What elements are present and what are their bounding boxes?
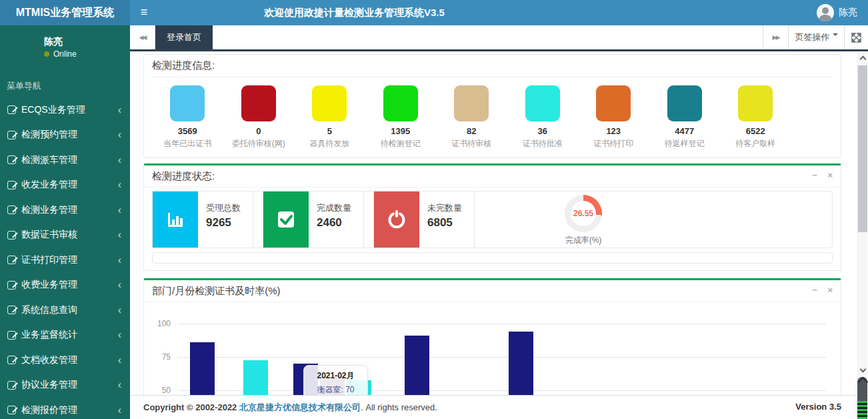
stat-label: 受理总数 — [206, 202, 241, 214]
progress-card[interactable]: 1395待检测登记 — [365, 85, 437, 149]
edit-icon — [7, 406, 16, 414]
expand-arrows-icon — [851, 33, 861, 43]
online-status-label: Online — [53, 49, 77, 59]
sidebar-user-status: Online — [44, 49, 77, 59]
sidebar-toggle-button[interactable]: ≡ — [130, 0, 158, 25]
progress-card-value: 6522 — [720, 126, 791, 136]
sidebar-item-label: ECQS业务管理 — [21, 104, 85, 116]
sidebar-item-label: 文档收发管理 — [21, 354, 77, 366]
stat-value: 9265 — [206, 216, 241, 230]
sidebar-item-label: 检测预约管理 — [21, 129, 77, 141]
sidebar-item[interactable]: 文档收发管理‹ — [0, 348, 130, 373]
progress-card[interactable]: 36证书待批准 — [507, 85, 579, 149]
divider — [152, 77, 833, 77]
bar-chart[interactable]: 1007550252021-02月衡器室: 70力学室: 60.35热电理化室:… — [152, 308, 833, 395]
stat-card-total[interactable]: 受理总数 9265 — [152, 191, 253, 248]
scrollbar-thumb[interactable] — [858, 65, 867, 232]
fullscreen-button[interactable] — [844, 25, 868, 49]
app-logo[interactable]: MTMIS业务管理系统 — [0, 0, 130, 25]
stat-label: 未完数量 — [427, 202, 462, 214]
progress-card-tile — [241, 85, 276, 121]
chevron-left-icon: ‹ — [118, 405, 121, 416]
progress-card-label: 证书待批准 — [507, 138, 579, 149]
gridline — [177, 357, 826, 358]
sidebar-item-label: 数据证书审核 — [21, 229, 77, 241]
footer-copyright: Copyright © 2002-2022 — [143, 402, 237, 412]
sidebar-item[interactable]: 协议业务管理‹ — [0, 373, 130, 398]
stat-card-uncompleted[interactable]: 未完数量 6805 — [373, 191, 475, 248]
bar-衡器室[interactable] — [190, 342, 215, 395]
bar-衡器室[interactable] — [509, 332, 533, 395]
progress-card-value: 5 — [294, 126, 365, 136]
tooltip-title: 2021-02月 — [307, 370, 365, 382]
collapse-icon[interactable]: − — [812, 170, 817, 180]
tab-home[interactable]: 登录首页 — [155, 25, 213, 49]
chevron-left-icon: ‹ — [118, 205, 121, 216]
navbar-user-name: 陈亮 — [839, 7, 857, 19]
close-icon[interactable]: × — [827, 170, 833, 180]
scrollbar-down-icon[interactable] — [860, 366, 867, 373]
donut-label: 完成率(%) — [537, 235, 630, 246]
progress-card[interactable]: 5器具待发放 — [294, 85, 365, 149]
sidebar-item[interactable]: 业务监督统计‹ — [0, 323, 130, 348]
sidebar-item[interactable]: 检测派车管理‹ — [0, 147, 130, 173]
progress-card-label: 证书待打印 — [578, 138, 649, 149]
tooltip-row: 衡器室: 70 — [307, 384, 365, 395]
main-content: 检测进度信息: 3569当年已出证书0委托待审核(网)5器具待发放1395待检测… — [130, 53, 868, 395]
edit-icon — [7, 331, 16, 340]
progress-card-value: 123 — [578, 126, 649, 136]
collapse-icon[interactable]: − — [812, 285, 817, 295]
scrollbar-track[interactable] — [857, 53, 867, 395]
stat-card-completed[interactable]: 完成数量 2460 — [263, 191, 364, 248]
tabs-scroll-right-icon[interactable]: ▶▶ — [763, 25, 788, 49]
stat-label: 完成数量 — [317, 202, 351, 214]
close-icon[interactable]: × — [827, 285, 833, 295]
scrollbar-bottom-handle[interactable] — [857, 377, 867, 419]
chevron-left-icon: ‹ — [118, 230, 121, 240]
progress-card-tile — [454, 85, 489, 121]
sidebar-item[interactable]: ECQS业务管理‹ — [0, 97, 130, 123]
sidebar-item[interactable]: 检测业务管理‹ — [0, 197, 130, 223]
edit-icon — [7, 205, 16, 214]
sidebar-item[interactable]: 收发业务管理‹ — [0, 173, 130, 198]
progress-card-tile — [525, 85, 560, 121]
bar-衡器室[interactable] — [405, 336, 429, 395]
sidebar-item[interactable]: 数据证书审核‹ — [0, 223, 130, 248]
chevron-left-icon: ‹ — [118, 305, 121, 316]
progress-card[interactable]: 4477待返样登记 — [649, 85, 721, 149]
tab-actions-dropdown[interactable]: 页签操作 — [788, 25, 844, 49]
progress-card[interactable]: 6522待客户取样 — [720, 85, 791, 149]
sidebar-item[interactable]: 系统信息查询‹ — [0, 298, 130, 323]
stat-text: 未完数量 6805 — [419, 191, 462, 248]
scrollbar-up-icon[interactable] — [860, 56, 867, 63]
progress-card-tile — [312, 85, 347, 121]
progress-card[interactable]: 123证书待打印 — [578, 85, 649, 149]
edit-icon — [7, 306, 16, 314]
sidebar-item[interactable]: 检测预约管理‹ — [0, 123, 130, 148]
sidebar-item[interactable]: 收费业务管理‹ — [0, 273, 130, 298]
progress-card-label: 待返样登记 — [649, 138, 721, 149]
progress-card-label: 委托待审核(网) — [223, 138, 295, 149]
tabs-scroll-left-icon[interactable]: ◀◀ — [130, 25, 155, 49]
progress-card-value: 82 — [436, 126, 507, 136]
gridline — [177, 324, 826, 324]
navbar-user-menu[interactable]: 陈亮 — [817, 0, 857, 25]
power-icon — [374, 191, 419, 248]
sidebar-item-label: 收发业务管理 — [21, 179, 77, 191]
progress-card[interactable]: 0委托待审核(网) — [223, 85, 295, 149]
chevron-left-icon: ‹ — [118, 129, 121, 140]
edit-icon — [7, 105, 16, 114]
sidebar-item[interactable]: 检测报价管理‹ — [0, 398, 130, 419]
sidebar-user-name: 陈亮 — [44, 36, 63, 48]
progress-card[interactable]: 3569当年已出证书 — [152, 85, 223, 149]
chevron-left-icon: ‹ — [118, 330, 121, 340]
sidebar-item[interactable]: 证书打印管理‹ — [0, 248, 130, 273]
progress-card-tile — [738, 85, 773, 121]
caret-down-icon — [833, 33, 838, 39]
progress-cards-row: 3569当年已出证书0委托待审核(网)5器具待发放1395待检测登记82证书待审… — [152, 85, 833, 149]
tab-bar: ◀◀ 登录首页 ▶▶ 页签操作 — [130, 25, 868, 51]
progress-card[interactable]: 82证书待审核 — [436, 85, 507, 149]
footer-company-link[interactable]: 北京星捷方优信息技术有限公司 — [239, 402, 361, 412]
footer-version: Version 3.5 — [795, 402, 841, 412]
bar-热电理化室[interactable] — [243, 360, 268, 395]
